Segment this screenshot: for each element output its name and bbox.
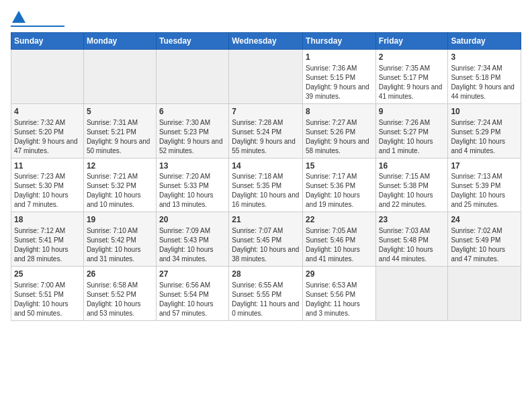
calendar-cell-22: 22Sunrise: 7:05 AMSunset: 5:46 PMDayligh… [303,212,376,267]
day-number: 27 [159,269,226,280]
calendar-cell-13: 13Sunrise: 7:20 AMSunset: 5:33 PMDayligh… [156,158,228,212]
calendar-cell-20: 20Sunrise: 7:09 AMSunset: 5:43 PMDayligh… [156,212,228,267]
sunrise-label: Sunrise: 7:09 AM [159,227,210,234]
sunset-label: Sunset: 5:51 PM [14,291,64,298]
sunrise-label: Sunrise: 7:23 AM [14,173,65,180]
sunrise-label: Sunrise: 7:00 AM [14,281,65,289]
calendar-cell-empty [11,50,84,104]
daylight-label: Daylight: 9 hours and 41 minutes. [379,83,443,100]
calendar-cell-9: 9Sunrise: 7:26 AMSunset: 5:27 PMDaylight… [375,103,448,158]
sunrise-label: Sunrise: 7:31 AM [87,119,138,126]
calendar-week-4: 18Sunrise: 7:12 AMSunset: 5:41 PMDayligh… [11,212,521,267]
logo-text [11,11,26,24]
sunrise-label: Sunrise: 6:53 AM [306,281,357,289]
sunrise-label: Sunrise: 7:34 AM [451,64,502,72]
sunset-label: Sunset: 5:24 PM [232,128,281,136]
calendar-cell-3: 3Sunrise: 7:34 AMSunset: 5:18 PMDaylight… [448,50,521,104]
sunset-label: Sunset: 5:32 PM [87,182,136,189]
calendar-cell-empty [375,267,448,321]
sunrise-label: Sunrise: 7:15 AM [379,173,430,180]
day-number: 25 [14,269,81,280]
day-number: 22 [306,214,373,226]
calendar-cell-empty [83,50,156,104]
calendar-cell-12: 12Sunrise: 7:21 AMSunset: 5:32 PMDayligh… [83,158,156,212]
sunset-label: Sunset: 5:18 PM [451,74,500,81]
daylight-label: Daylight: 10 hours and 57 minutes. [159,300,214,317]
sunset-label: Sunset: 5:55 PM [232,291,281,298]
day-number: 5 [87,106,153,118]
calendar-cell-2: 2Sunrise: 7:35 AMSunset: 5:17 PMDaylight… [375,50,448,104]
day-number: 10 [451,106,518,118]
calendar-cell-empty [156,50,228,104]
sunrise-label: Sunrise: 6:56 AM [159,281,210,289]
sunrise-label: Sunrise: 7:18 AM [232,173,283,180]
sunset-label: Sunset: 5:36 PM [306,182,355,189]
logo-triangle-icon [12,11,26,23]
calendar-cell-6: 6Sunrise: 7:30 AMSunset: 5:23 PMDaylight… [156,103,228,158]
day-number: 19 [87,214,153,226]
sunrise-label: Sunrise: 7:20 AM [159,173,210,180]
sunset-label: Sunset: 5:42 PM [87,236,136,244]
sunrise-label: Sunrise: 7:35 AM [379,64,430,72]
day-number: 13 [159,161,226,172]
calendar-cell-24: 24Sunrise: 7:02 AMSunset: 5:49 PMDayligh… [448,212,521,267]
sunrise-label: Sunrise: 7:26 AM [379,119,430,126]
sunset-label: Sunset: 5:49 PM [451,236,500,244]
calendar-week-3: 11Sunrise: 7:23 AMSunset: 5:30 PMDayligh… [11,158,521,212]
daylight-label: Daylight: 10 hours and 38 minutes. [232,246,299,263]
sunset-label: Sunset: 5:46 PM [306,236,355,244]
day-number: 28 [232,269,300,280]
sunset-label: Sunset: 5:30 PM [14,182,64,189]
calendar-header-monday: Monday [83,33,156,50]
calendar-cell-25: 25Sunrise: 7:00 AMSunset: 5:51 PMDayligh… [11,267,84,321]
daylight-label: Daylight: 10 hours and 7 minutes. [14,191,69,208]
day-number: 11 [14,161,81,172]
daylight-label: Daylight: 9 hours and 47 minutes. [14,138,78,154]
sunrise-label: Sunrise: 7:32 AM [14,119,65,126]
daylight-label: Daylight: 9 hours and 58 minutes. [306,138,369,154]
sunset-label: Sunset: 5:43 PM [159,236,209,244]
sunrise-label: Sunrise: 6:58 AM [87,281,138,289]
sunset-label: Sunset: 5:33 PM [159,182,209,189]
calendar-cell-15: 15Sunrise: 7:17 AMSunset: 5:36 PMDayligh… [303,158,376,212]
sunset-label: Sunset: 5:27 PM [379,128,429,136]
sunrise-label: Sunrise: 7:36 AM [306,64,357,72]
calendar-cell-26: 26Sunrise: 6:58 AMSunset: 5:52 PMDayligh… [83,267,156,321]
day-number: 18 [14,214,81,226]
calendar-week-2: 4Sunrise: 7:32 AMSunset: 5:20 PMDaylight… [11,103,521,158]
day-number: 16 [379,161,445,172]
day-number: 8 [306,106,373,118]
calendar-header-row: SundayMondayTuesdayWednesdayThursdayFrid… [11,33,521,50]
calendar-cell-18: 18Sunrise: 7:12 AMSunset: 5:41 PMDayligh… [11,212,84,267]
sunrise-label: Sunrise: 7:28 AM [232,119,283,126]
page: SundayMondayTuesdayWednesdayThursdayFrid… [0,0,532,328]
day-number: 14 [232,161,300,172]
calendar-cell-27: 27Sunrise: 6:56 AMSunset: 5:54 PMDayligh… [156,267,228,321]
sunrise-label: Sunrise: 7:24 AM [451,119,502,126]
calendar-cell-17: 17Sunrise: 7:13 AMSunset: 5:39 PMDayligh… [448,158,521,212]
sunrise-label: Sunrise: 7:05 AM [306,227,357,234]
calendar: SundayMondayTuesdayWednesdayThursdayFrid… [11,32,521,321]
daylight-label: Daylight: 11 hours and 3 minutes. [306,300,360,317]
daylight-label: Daylight: 10 hours and 44 minutes. [379,246,433,263]
daylight-label: Daylight: 10 hours and 31 minutes. [87,246,141,263]
sunrise-label: Sunrise: 7:12 AM [14,227,65,234]
sunset-label: Sunset: 5:52 PM [87,291,136,298]
sunrise-label: Sunrise: 7:27 AM [306,119,357,126]
calendar-cell-5: 5Sunrise: 7:31 AMSunset: 5:21 PMDaylight… [83,103,156,158]
sunset-label: Sunset: 5:15 PM [306,74,355,81]
calendar-cell-4: 4Sunrise: 7:32 AMSunset: 5:20 PMDaylight… [11,103,84,158]
daylight-label: Daylight: 9 hours and 52 minutes. [159,138,223,154]
calendar-cell-7: 7Sunrise: 7:28 AMSunset: 5:24 PMDaylight… [229,103,303,158]
sunset-label: Sunset: 5:35 PM [232,182,281,189]
calendar-header-saturday: Saturday [448,33,521,50]
calendar-cell-11: 11Sunrise: 7:23 AMSunset: 5:30 PMDayligh… [11,158,84,212]
logo-line [11,26,64,27]
daylight-label: Daylight: 10 hours and 10 minutes. [87,191,141,208]
calendar-header-sunday: Sunday [11,33,84,50]
sunset-label: Sunset: 5:41 PM [14,236,64,244]
calendar-header-tuesday: Tuesday [156,33,228,50]
daylight-label: Daylight: 10 hours and 34 minutes. [159,246,214,263]
sunset-label: Sunset: 5:56 PM [306,291,355,298]
daylight-label: Daylight: 10 hours and 50 minutes. [14,300,69,317]
